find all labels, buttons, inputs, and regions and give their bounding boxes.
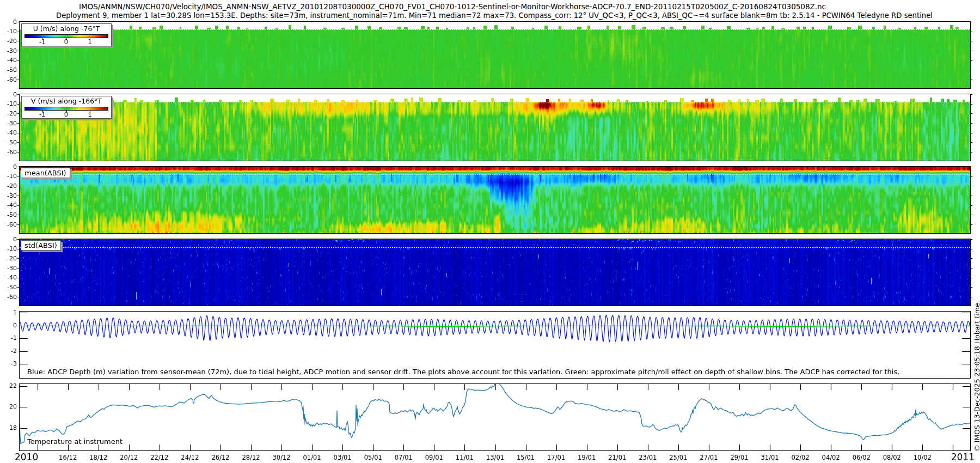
- x-tick-date: 01/01: [303, 454, 321, 461]
- depth-tick-label: -40: [1, 57, 17, 64]
- legend-u-title: U (m/s) along -76°T: [22, 25, 111, 33]
- depth-tick-label: -10: [1, 245, 17, 252]
- colorbar-tick-label: 0: [64, 38, 68, 46]
- axes-overlay: [0, 0, 980, 463]
- x-tick-year-end: 2011: [951, 452, 975, 462]
- x-tick-year-start: 2010: [15, 452, 38, 462]
- colorbar-tick-label: -1: [39, 111, 45, 118]
- depth-var-tick-label: -3: [1, 360, 17, 367]
- colorbar-tick-label: 1: [88, 38, 92, 46]
- depth-var-tick-label: -1: [1, 334, 17, 342]
- depth-tick-label: 0: [1, 236, 17, 243]
- x-tick-date: 17/01: [547, 454, 565, 461]
- depth-tick-label: 0: [1, 163, 17, 170]
- x-tick-date: 19/01: [578, 454, 596, 461]
- legend-v-velocity: V (m/s) along -166°T -101: [21, 96, 112, 119]
- x-tick-date: 04/02: [822, 454, 840, 461]
- depth-tick-label: -10: [1, 173, 17, 180]
- x-tick-date: 16/12: [59, 454, 77, 461]
- depth-tick-label: -30: [1, 192, 17, 199]
- depth-tick-label: -60: [1, 149, 17, 156]
- x-tick-date: 26/12: [211, 454, 229, 461]
- x-tick-date: 08/02: [883, 454, 901, 461]
- depth-tick-label: -20: [1, 182, 17, 190]
- depth-tick-label: -30: [1, 265, 17, 272]
- colorbar-tick-label: 1: [88, 111, 92, 118]
- depth-tick-label: -50: [1, 66, 17, 74]
- x-tick-date: 10/02: [914, 454, 932, 461]
- colorbar-tick-label: 0: [64, 111, 68, 118]
- x-tick-date: 20/12: [120, 454, 138, 461]
- x-tick-date: 02/02: [792, 454, 810, 461]
- temp-tick-label: 18: [1, 424, 17, 431]
- temp-tick-label: 22: [1, 382, 17, 389]
- x-tick-date: 05/01: [364, 454, 382, 461]
- x-tick-date: 31/01: [761, 454, 779, 461]
- x-tick-date: 11/01: [456, 454, 474, 461]
- x-tick-date: 06/02: [853, 454, 871, 461]
- legend-u-velocity: U (m/s) along -76°T -101: [21, 23, 112, 46]
- colorbar-tick-label: -1: [39, 38, 45, 46]
- temp-tick-label: 20: [1, 403, 17, 410]
- depth-tick-label: -40: [1, 274, 17, 281]
- depth-tick-label: -40: [1, 202, 17, 209]
- x-tick-date: 18/12: [89, 454, 107, 461]
- temperature-label: Temperature at instrument: [27, 437, 122, 446]
- x-tick-date: 23/01: [639, 454, 657, 461]
- depth-var-tick-label: 1: [1, 309, 17, 316]
- x-tick-date: 29/01: [730, 454, 748, 461]
- std-absi-label: std(ABSI): [21, 240, 61, 251]
- x-tick-date: 22/12: [150, 454, 168, 461]
- watermark-timestamp: © IMOS 13-Dec-2025 23:05:18 Hobart time: [973, 303, 980, 452]
- depth-tick-label: -20: [1, 38, 17, 45]
- x-tick-date: 27/01: [700, 454, 718, 461]
- depth-tick-label: 0: [1, 91, 17, 98]
- depth-tick-label: 0: [1, 19, 17, 26]
- depth-var-tick-label: 0: [1, 322, 17, 329]
- depth-tick-label: -20: [1, 255, 17, 262]
- x-tick-date: 13/01: [486, 454, 504, 461]
- x-tick-date: 15/01: [517, 454, 535, 461]
- depth-tick-label: -60: [1, 294, 17, 301]
- x-tick-date: 09/01: [425, 454, 443, 461]
- x-tick-date: 24/12: [181, 454, 199, 461]
- x-tick-date: 07/01: [395, 454, 413, 461]
- x-tick-date: 21/01: [608, 454, 626, 461]
- mean-absi-label: mean(ABSI): [21, 168, 70, 178]
- depth-variation-note: Blue: ADCP Depth (m) variation from sens…: [27, 368, 899, 376]
- x-tick-date: 25/01: [669, 454, 687, 461]
- figure: IMOS/ANMN/NSW/CH070/Velocity/IMOS_ANMN-N…: [0, 0, 980, 463]
- depth-tick-label: -30: [1, 47, 17, 54]
- x-tick-date: 28/12: [242, 454, 260, 461]
- depth-var-tick-label: -2: [1, 348, 17, 355]
- depth-tick-label: -40: [1, 129, 17, 136]
- depth-tick-label: -10: [1, 28, 17, 35]
- depth-tick-label: -50: [1, 211, 17, 218]
- depth-tick-label: -60: [1, 221, 17, 228]
- x-tick-date: 03/01: [334, 454, 352, 461]
- depth-tick-label: -60: [1, 76, 17, 83]
- x-tick-date: 30/12: [273, 454, 291, 461]
- depth-tick-label: -20: [1, 110, 17, 117]
- legend-v-title: V (m/s) along -166°T: [22, 97, 111, 105]
- depth-tick-label: -30: [1, 120, 17, 127]
- depth-tick-label: -50: [1, 139, 17, 146]
- depth-tick-label: -50: [1, 284, 17, 291]
- depth-tick-label: -10: [1, 100, 17, 107]
